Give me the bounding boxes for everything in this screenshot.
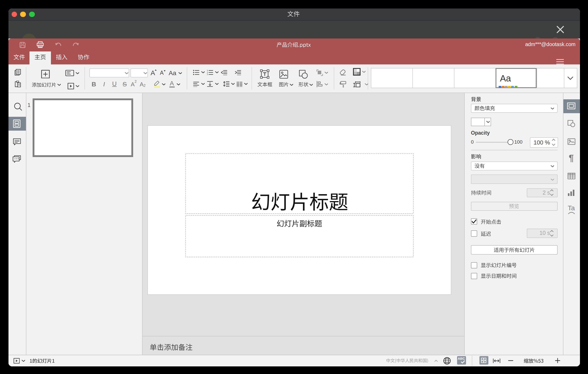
svg-text:3: 3 bbox=[207, 73, 208, 75]
